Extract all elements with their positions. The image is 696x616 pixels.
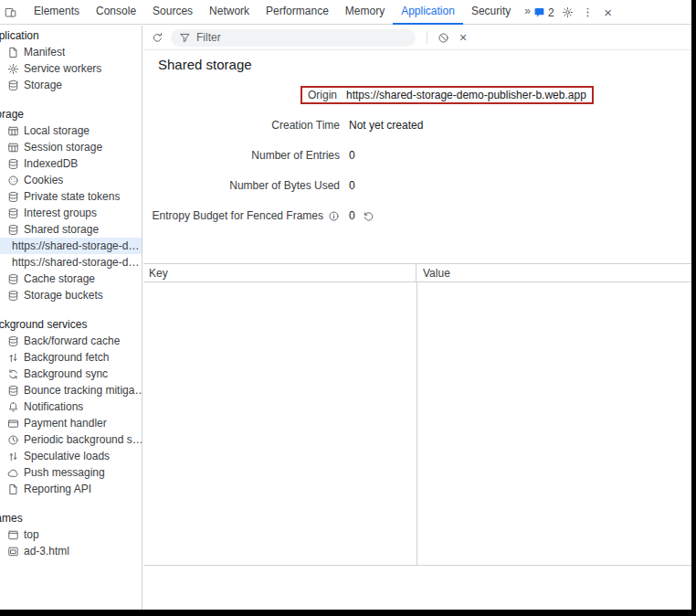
page-title: Shared storage [158, 57, 252, 72]
database-icon [6, 80, 19, 91]
tab-memory[interactable]: Memory [337, 0, 393, 25]
sidebar-item-cache-storage[interactable]: Cache storage [0, 271, 142, 287]
sidebar-item-label: Shared storage [24, 223, 99, 236]
field-label: Number of Bytes Used [143, 179, 340, 192]
sidebar-item-reporting-api[interactable]: Reporting API [0, 481, 142, 497]
sidebar-item-shared-storage[interactable]: Shared storage [0, 221, 142, 238]
database-icon [6, 290, 19, 302]
message-count: 2 [548, 6, 554, 19]
tab-application[interactable]: Application [393, 0, 463, 25]
sidebar-item-frame-ad-3[interactable]: ad-3.html [0, 543, 142, 559]
field-label: Entropy Budget for Fenced Frames [143, 209, 340, 222]
sidebar-item-periodic-background-sync[interactable]: Periodic background s… [0, 431, 142, 448]
sidebar-item-storage[interactable]: Storage [0, 77, 142, 93]
sidebar-item-back-forward-cache[interactable]: Back/forward cache [0, 333, 142, 349]
tab-strip: Elements Console Sources Network Perform… [26, 0, 536, 25]
section-title-background-services[interactable]: Background services [0, 316, 142, 333]
device-toolbar-icon [5, 6, 16, 18]
sidebar-item-label: Storage [24, 79, 62, 91]
sidebar-item-speculative-loads[interactable]: Speculative loads [0, 448, 142, 464]
sidebar-item-label: Private state tokens [24, 190, 120, 203]
sidebar-item-shared-storage-origin-1[interactable]: https://shared-storage-d… [0, 238, 142, 254]
database-icon [6, 158, 19, 170]
section-title-frames[interactable]: Frames [0, 510, 142, 526]
toggle-device-toolbar-button[interactable] [0, 0, 20, 24]
sidebar-item-label: Payment handler [24, 417, 107, 430]
sidebar-item-label: Notifications [24, 400, 83, 413]
sidebar-item-manifest[interactable]: Manifest [0, 44, 142, 60]
sidebar-item-background-sync[interactable]: Background sync [0, 366, 142, 382]
clock-icon [6, 434, 19, 446]
sidebar-item-interest-groups[interactable]: Interest groups [0, 205, 142, 221]
column-header-value: Value [417, 264, 691, 281]
sidebar-item-service-workers[interactable]: Service workers [0, 60, 142, 77]
sidebar-item-push-messaging[interactable]: Push messaging [0, 464, 142, 481]
metadata-row-number-of-bytes-used: Number of Bytes Used 0 [143, 176, 691, 195]
more-options-button[interactable] [578, 1, 598, 25]
filter-funnel-icon [179, 32, 191, 44]
sidebar-item-storage-buckets[interactable]: Storage buckets [0, 287, 142, 303]
filter-box[interactable] [171, 29, 416, 47]
field-value: 0 [349, 209, 374, 222]
database-icon [6, 385, 19, 397]
sidebar-item-label: Cache storage [24, 272, 95, 285]
sidebar-item-label: Bounce tracking mitiga… [24, 384, 142, 397]
toolbar-divider [427, 31, 427, 44]
iframe-icon [6, 546, 19, 558]
tab-performance[interactable]: Performance [258, 0, 337, 25]
database-icon [6, 224, 19, 236]
field-label: Creation Time [143, 119, 340, 132]
sidebar-item-label: Manifest [24, 46, 65, 58]
sidebar-item-shared-storage-origin-2[interactable]: https://shared-storage-d… [0, 254, 142, 271]
sidebar-item-label: ad-3.html [24, 545, 69, 558]
sidebar-item-cookies[interactable]: Cookies [0, 172, 142, 188]
sidebar-item-local-storage[interactable]: Local storage [0, 122, 142, 139]
close-devtools-button[interactable]: × [598, 1, 618, 25]
message-bubble-icon [533, 6, 545, 18]
shared-storage-panel: × Shared storage Origin https://shared-s… [143, 26, 691, 610]
tab-sources[interactable]: Sources [144, 0, 201, 25]
filter-input[interactable] [196, 31, 407, 44]
kebab-menu-icon [582, 6, 594, 18]
field-value-text: 0 [349, 209, 355, 222]
reset-budget-button[interactable] [363, 210, 374, 222]
clear-all-button[interactable] [433, 26, 453, 49]
shared-storage-items-table: Key Value [143, 263, 691, 566]
settings-button[interactable] [558, 1, 578, 25]
sidebar-item-payment-handler[interactable]: Payment handler [0, 415, 142, 431]
table-icon [6, 142, 19, 154]
cloud-icon [6, 467, 19, 479]
sync-icon [6, 368, 19, 380]
field-value: 0 [349, 179, 355, 192]
tab-console[interactable]: Console [88, 0, 144, 25]
document-icon [6, 47, 19, 58]
sidebar-item-label: Session storage [24, 141, 102, 154]
sidebar-item-private-state-tokens[interactable]: Private state tokens [0, 188, 142, 205]
tab-security[interactable]: Security [463, 0, 519, 25]
shared-storage-metadata: Origin https://shared-storage-demo-publi… [143, 86, 691, 237]
sidebar-item-indexeddb[interactable]: IndexedDB [0, 155, 142, 172]
arrows-up-down-icon [6, 451, 19, 462]
sidebar-item-session-storage[interactable]: Session storage [0, 139, 142, 155]
refresh-icon [152, 32, 163, 44]
sidebar-item-background-fetch[interactable]: Background fetch [0, 349, 142, 366]
tab-network[interactable]: Network [201, 0, 258, 25]
tab-elements[interactable]: Elements [26, 0, 88, 25]
sidebar-item-bounce-tracking-mitigations[interactable]: Bounce tracking mitiga… [0, 382, 142, 398]
console-messages-badge[interactable]: 2 [533, 6, 554, 19]
devtools-window: Elements Console Sources Network Perform… [0, 0, 691, 610]
sidebar-item-label: Background sync [24, 367, 108, 380]
table-icon [6, 125, 19, 137]
refresh-button[interactable] [147, 26, 167, 49]
sidebar-item-label: Interest groups [24, 207, 97, 219]
payment-card-icon [6, 418, 19, 430]
delete-selected-button[interactable]: × [453, 26, 473, 49]
section-title-application[interactable]: Application [0, 27, 142, 44]
sidebar-item-label: Cookies [24, 174, 63, 186]
section-title-storage[interactable]: Storage [0, 106, 142, 122]
sidebar-item-frame-top[interactable]: top [0, 526, 142, 543]
sidebar-item-notifications[interactable]: Notifications [0, 398, 142, 415]
cookie-icon [6, 175, 19, 186]
metadata-row-entropy-budget: Entropy Budget for Fenced Frames 0 [143, 207, 691, 225]
info-icon[interactable] [328, 210, 340, 222]
